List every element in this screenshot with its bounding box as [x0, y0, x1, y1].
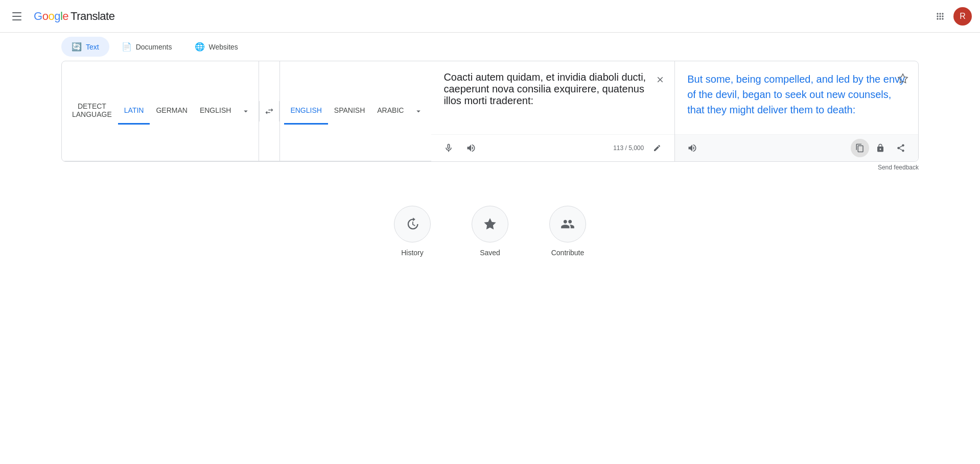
target-footer-left — [683, 139, 702, 157]
globe-icon: 🌐 — [195, 42, 205, 52]
user-avatar[interactable]: R — [953, 7, 972, 26]
lang-german[interactable]: GERMAN — [150, 98, 193, 125]
swap-languages-button[interactable] — [259, 101, 279, 121]
contribute-item[interactable]: Contribute — [549, 206, 586, 257]
source-input-wrapper: Coacti autem quidam, et invidia diaboli … — [431, 61, 674, 134]
target-wrapper: But some, being compelled, and led by th… — [675, 61, 918, 134]
header-left: Google Translate — [8, 8, 114, 25]
send-feedback-link[interactable]: Send feedback — [878, 164, 919, 171]
feedback-thumbs-button[interactable] — [871, 139, 890, 157]
logo-letter-o2: o — [48, 10, 54, 23]
source-panel: Coacti autem quidam, et invidia diaboli … — [431, 61, 675, 161]
lang-latin[interactable]: LATIN — [118, 98, 150, 125]
target-lang-expand[interactable] — [410, 105, 427, 118]
google-logo: Google Translate — [34, 10, 114, 23]
source-volume-button[interactable] — [462, 139, 480, 157]
logo-letter-e: e — [62, 10, 68, 23]
swap-container — [259, 61, 280, 161]
menu-button[interactable] — [8, 8, 26, 25]
target-footer-right — [851, 139, 910, 157]
source-lang-expand[interactable] — [237, 105, 254, 118]
edit-button[interactable] — [648, 139, 666, 157]
source-textarea[interactable]: Coacti autem quidam, et invidia diaboli … — [431, 61, 674, 133]
logo-letter-o1: o — [42, 10, 49, 23]
tab-text[interactable]: 🔄 Text — [61, 37, 109, 57]
target-footer — [675, 134, 918, 161]
history-item[interactable]: History — [394, 206, 431, 257]
document-icon: 📄 — [122, 42, 132, 52]
target-lang-selector: ENGLISH SPANISH ARABIC — [280, 61, 431, 161]
contribute-label: Contribute — [551, 249, 585, 257]
translate-icon: 🔄 — [72, 42, 82, 52]
bottom-section: History Saved Contribute — [0, 175, 980, 277]
logo-letter-g2: g — [54, 10, 60, 23]
microphone-button[interactable] — [439, 139, 458, 157]
tabs-bar: 🔄 Text 📄 Documents 🌐 Websites — [0, 33, 980, 61]
clear-source-button[interactable] — [652, 71, 668, 88]
target-volume-button[interactable] — [683, 139, 702, 157]
lang-english-source[interactable]: ENGLISH — [194, 98, 237, 125]
translate-container: DETECT LANGUAGE LATIN GERMAN ENGLISH ENG… — [61, 61, 919, 162]
history-button[interactable] — [394, 206, 431, 242]
target-panel: But some, being compelled, and led by th… — [675, 61, 918, 161]
history-label: History — [401, 249, 424, 257]
target-text: But some, being compelled, and led by th… — [675, 61, 918, 133]
header: Google Translate R — [0, 0, 980, 33]
tab-text-label: Text — [86, 43, 99, 51]
source-lang-selector: DETECT LANGUAGE LATIN GERMAN ENGLISH — [62, 61, 259, 161]
tab-documents-label: Documents — [136, 43, 172, 51]
source-footer-left — [439, 139, 480, 157]
source-footer-right: 113 / 5,000 — [613, 139, 666, 157]
app-name: Translate — [71, 10, 114, 23]
feedback-row: Send feedback — [0, 162, 980, 175]
share-button[interactable] — [892, 139, 910, 157]
source-footer: 113 / 5,000 — [431, 134, 674, 161]
copy-button[interactable] — [851, 139, 869, 157]
lang-english-target[interactable]: ENGLISH — [284, 98, 328, 125]
tab-websites-label: Websites — [209, 43, 238, 51]
saved-button[interactable] — [472, 206, 508, 242]
lang-arabic[interactable]: ARABIC — [371, 98, 410, 125]
translate-panels: Coacti autem quidam, et invidia diaboli … — [431, 61, 918, 161]
saved-label: Saved — [480, 249, 500, 257]
apps-grid-button[interactable] — [931, 7, 949, 26]
header-right: R — [931, 7, 972, 26]
logo-letter-g: G — [34, 10, 42, 23]
lang-selector-row: DETECT LANGUAGE LATIN GERMAN ENGLISH ENG… — [62, 61, 431, 161]
save-translation-button[interactable] — [894, 69, 912, 88]
lang-detect[interactable]: DETECT LANGUAGE — [66, 98, 118, 125]
lang-spanish[interactable]: SPANISH — [328, 98, 371, 125]
contribute-button[interactable] — [549, 206, 586, 242]
char-count: 113 / 5,000 — [613, 144, 644, 152]
tab-documents[interactable]: 📄 Documents — [111, 37, 182, 57]
tab-websites[interactable]: 🌐 Websites — [184, 37, 248, 57]
saved-item[interactable]: Saved — [472, 206, 508, 257]
